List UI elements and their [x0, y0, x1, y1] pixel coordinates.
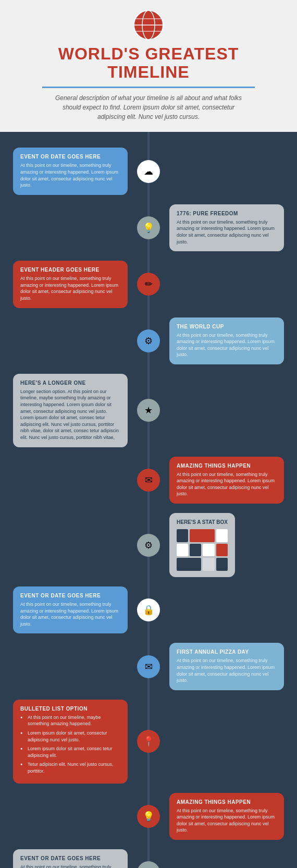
timeline-right: THE WORLD CUP At this point on our timel… [148, 317, 297, 364]
timeline-left: HERE'S A LONGER ONE Longer section optio… [0, 374, 148, 447]
timeline-icon: ✏ [137, 273, 160, 296]
timeline-row: 💡 1776: PURE FREEDOM At this point on ou… [0, 204, 297, 251]
card-body: At this point on our timeline, something… [20, 601, 120, 627]
card-body: At this point on our timeline, something… [20, 162, 120, 188]
timeline-row: EVENT OR DATE GOES HERE At this point on… [0, 849, 297, 868]
stat-cell [216, 558, 228, 571]
timeline-icon: 💡 [137, 216, 160, 239]
timeline-right: 1776: PURE FREEDOM At this point on our … [148, 204, 297, 251]
timeline-card: EVENT OR DATE GOES HERE At this point on… [13, 586, 128, 633]
timeline-row: ✉ FIRST ANNUAL PIZZA DAY At this point o… [0, 643, 297, 690]
stat-cell [203, 558, 214, 571]
timeline-left: EVENT OR DATE GOES HERE At this point on… [0, 849, 148, 868]
timeline-left: EVENT OR DATE GOES HERE At this point on… [0, 148, 148, 194]
timeline-card: BULLETED LIST OPTION At this point on ou… [13, 700, 128, 784]
card-body: At this point on our timeline, something… [177, 808, 277, 834]
bullet-list: At this point on our timeline, maybe som… [20, 714, 120, 775]
timeline-row: 💡 AMAZING THINGS HAPPEN At this point on… [0, 793, 297, 840]
header-section: WORLD'S GREATEST TIMELINE General descri… [0, 0, 297, 132]
timeline-icon: ⚙ [137, 534, 160, 557]
page-title: WORLD'S GREATEST TIMELINE [16, 45, 281, 81]
stat-box: HERE'S A STAT BOX [169, 513, 235, 577]
stat-cell [177, 529, 188, 542]
header-divider [42, 87, 255, 88]
card-title: THE WORLD CUP [177, 324, 277, 329]
list-item: Lorem ipsum dolor sit amet, consectur ad… [20, 730, 120, 743]
list-item: Tetur adipiscin elit. Nunc vel justo cur… [20, 761, 120, 774]
timeline-left: EVENT OR DATE GOES HERE At this point on… [0, 586, 148, 633]
timeline-row: EVENT HEADER GOES HERE At this point on … [0, 261, 297, 308]
timeline-right: HERE'S A STAT BOX [148, 513, 297, 577]
card-title: EVENT OR DATE GOES HERE [20, 855, 120, 861]
timeline-icon: 🔒 [137, 598, 160, 621]
card-body: At this point on our timeline, something… [177, 219, 277, 245]
timeline-row: ✉ AMAZING THINGS HAPPEN At this point on… [0, 457, 297, 504]
timeline-icon: 💡 [137, 805, 160, 828]
stat-cell [203, 544, 214, 557]
stat-cell [177, 558, 201, 571]
timeline-card: AMAZING THINGS HAPPEN At this point on o… [169, 457, 284, 504]
timeline-card: EVENT OR DATE GOES HERE At this point on… [13, 849, 128, 868]
stat-cell [190, 544, 201, 557]
timeline-card: THE WORLD CUP At this point on our timel… [169, 317, 284, 364]
timeline-card: EVENT HEADER GOES HERE At this point on … [13, 261, 128, 308]
card-title: EVENT OR DATE GOES HERE [20, 593, 120, 598]
card-title: HERE'S A LONGER ONE [20, 380, 120, 386]
card-body: At this point on our timeline, something… [177, 657, 277, 683]
timeline-right: FIRST ANNUAL PIZZA DAY At this point on … [148, 643, 297, 690]
timeline-icon: 📍 [137, 730, 160, 753]
timeline-row: ⚙ THE WORLD CUP At this point on our tim… [0, 317, 297, 364]
timeline-container: EVENT OR DATE GOES HERE At this point on… [0, 148, 297, 868]
card-body: At this point on our timeline, something… [20, 275, 120, 301]
card-title: 1776: PURE FREEDOM [177, 211, 277, 216]
stat-cell [216, 529, 228, 542]
stat-grid [177, 529, 228, 571]
card-body: At this point on our timeline, something… [177, 471, 277, 497]
timeline-icon: ⚙ [137, 329, 160, 352]
stat-box-title: HERE'S A STAT BOX [177, 519, 228, 525]
card-title: EVENT OR DATE GOES HERE [20, 154, 120, 160]
timeline-card: EVENT OR DATE GOES HERE At this point on… [13, 148, 128, 194]
timeline-section: EVENT OR DATE GOES HERE At this point on… [0, 132, 297, 868]
timeline-row: ⚙ HERE'S A STAT BOX [0, 513, 297, 577]
timeline-icon: ✉ [137, 469, 160, 492]
card-title: FIRST ANNUAL PIZZA DAY [177, 649, 277, 655]
timeline-left: BULLETED LIST OPTION At this point on ou… [0, 700, 148, 784]
timeline-right: AMAZING THINGS HAPPEN At this point on o… [148, 457, 297, 504]
timeline-icon: ☁ [137, 160, 160, 183]
card-title: AMAZING THINGS HAPPEN [177, 799, 277, 805]
list-item: At this point on our timeline, maybe som… [20, 714, 120, 727]
card-title: EVENT HEADER GOES HERE [20, 267, 120, 273]
timeline-right: AMAZING THINGS HAPPEN At this point on o… [148, 793, 297, 840]
timeline-card: HERE'S A LONGER ONE Longer section optio… [13, 374, 128, 447]
timeline-left: EVENT HEADER GOES HERE At this point on … [0, 261, 148, 308]
list-item: Lorem ipsum dolor sit amet, consec tetur… [20, 745, 120, 759]
card-title: AMAZING THINGS HAPPEN [177, 463, 277, 469]
timeline-icon: ★ [137, 399, 160, 422]
stat-cell [190, 529, 214, 542]
timeline-card: AMAZING THINGS HAPPEN At this point on o… [169, 793, 284, 840]
timeline-row: BULLETED LIST OPTION At this point on ou… [0, 700, 297, 784]
card-body: At this point on our timeline, something… [177, 332, 277, 358]
header-description: General description of what your timelin… [49, 93, 247, 121]
header-logo [133, 9, 164, 41]
timeline-icon: ✉ [137, 655, 160, 678]
card-body: At this point on our timeline, something… [20, 864, 120, 868]
card-body: Longer section option. At this point on … [20, 388, 120, 441]
timeline-row: HERE'S A LONGER ONE Longer section optio… [0, 374, 297, 447]
stat-cell [216, 544, 228, 557]
timeline-card: FIRST ANNUAL PIZZA DAY At this point on … [169, 643, 284, 690]
stat-cell [177, 544, 188, 557]
timeline-card: 1776: PURE FREEDOM At this point on our … [169, 204, 284, 251]
timeline-row: EVENT OR DATE GOES HERE At this point on… [0, 586, 297, 633]
timeline-row: EVENT OR DATE GOES HERE At this point on… [0, 148, 297, 194]
card-title: BULLETED LIST OPTION [20, 706, 120, 712]
